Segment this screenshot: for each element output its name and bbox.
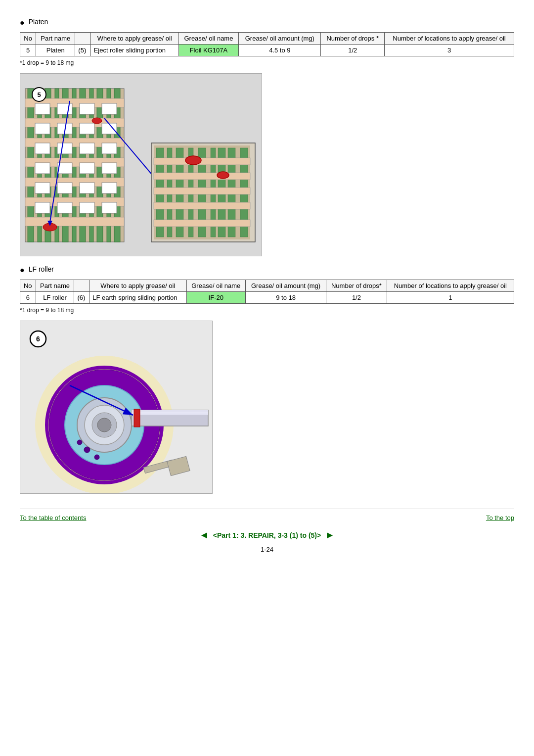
svg-rect-38 (80, 183, 94, 193)
lf-col-grease-amount: Grease/ oil amount (mg) (245, 280, 326, 292)
svg-point-68 (185, 156, 201, 165)
svg-rect-64 (154, 173, 250, 180)
platen-grease: Floil KG107A (178, 45, 239, 56)
svg-rect-28 (35, 143, 50, 154)
svg-rect-37 (57, 183, 72, 193)
lf-col-drops: Number of drops* (326, 280, 387, 292)
platen-ref-num: (5) (75, 45, 90, 56)
platen-drawing: 5 (20, 73, 262, 256)
svg-rect-40 (35, 202, 50, 213)
to-top-link[interactable]: To the top (486, 514, 514, 521)
svg-rect-20 (35, 103, 50, 114)
svg-rect-35 (102, 163, 117, 174)
lf-row: 6 LF roller (6) LF earth spring sliding … (20, 292, 514, 304)
svg-rect-22 (80, 103, 94, 114)
bullet-dot: ● (20, 18, 25, 27)
lf-col-where: Where to apply grease/ oil (89, 280, 186, 292)
svg-rect-65 (154, 188, 250, 194)
lf-grease: IF-20 (186, 292, 245, 304)
col-where: Where to apply grease/ oil (90, 33, 178, 45)
svg-text:5: 5 (37, 91, 41, 98)
lf-col-grease-name: Grease/ oil name (186, 280, 245, 292)
platen-no: 5 (20, 45, 36, 56)
lf-amount: 9 to 18 (245, 292, 326, 304)
platen-amount: 4.5 to 9 (239, 45, 321, 56)
svg-rect-29 (57, 143, 72, 154)
platen-label: Platen (29, 18, 48, 26)
platen-note: *1 drop = 9 to 18 mg (20, 59, 514, 66)
svg-rect-31 (102, 143, 117, 154)
svg-rect-26 (80, 123, 94, 134)
platen-where: Eject roller sliding portion (90, 45, 178, 56)
platen-row: 5 Platen (5) Eject roller sliding portio… (20, 45, 514, 56)
svg-point-82 (77, 440, 82, 445)
col-part-name: Part name (36, 33, 75, 45)
svg-point-80 (84, 447, 90, 453)
col-empty (75, 33, 90, 45)
col-locations: Number of locations to apply grease/ oil (385, 33, 514, 45)
col-grease-amount: Grease/ oil amount (mg) (239, 33, 321, 45)
footer: To the table of contents To the top (20, 509, 514, 521)
lf-label: LF roller (29, 265, 54, 273)
lf-part: LF roller (36, 292, 74, 304)
prev-arrow[interactable]: ◄ (199, 529, 209, 541)
lf-locations: 1 (387, 292, 514, 304)
lf-bullet-dot: ● (20, 265, 25, 275)
lf-note: *1 drop = 9 to 18 mg (20, 307, 514, 314)
next-arrow[interactable]: ► (325, 529, 335, 541)
lf-col-part-name: Part name (36, 280, 74, 292)
platen-locations: 3 (385, 45, 514, 56)
lf-drawing: 6 (20, 321, 213, 494)
lf-col-no: No (20, 280, 36, 292)
svg-rect-21 (57, 103, 72, 114)
svg-rect-23 (102, 103, 117, 114)
svg-rect-85 (132, 412, 208, 414)
col-drops: Number of drops * (321, 33, 385, 45)
lf-col-empty (74, 280, 89, 292)
svg-point-81 (94, 455, 99, 460)
platen-section-header: ● Platen (20, 18, 514, 27)
svg-rect-41 (57, 202, 72, 213)
col-no: No (20, 33, 36, 45)
lf-col-locations: Number of locations to apply grease/ oil (387, 280, 514, 292)
svg-rect-30 (80, 143, 94, 154)
lf-section-header: ● LF roller (20, 265, 514, 275)
svg-point-69 (217, 172, 229, 179)
lf-no: 6 (20, 292, 36, 304)
svg-text:6: 6 (36, 335, 40, 343)
platen-part: Platen (36, 45, 75, 56)
svg-rect-19 (25, 217, 124, 226)
svg-point-45 (92, 118, 102, 124)
nav-bar: ◄ <Part 1: 3. REPAIR, 3-3 (1) to (5)> ► (20, 529, 514, 541)
lf-where: LF earth spring sliding portion (89, 292, 186, 304)
svg-point-79 (97, 418, 111, 432)
svg-rect-43 (102, 202, 117, 213)
col-grease-name: Grease/ oil name (178, 33, 239, 45)
nav-label: <Part 1: 3. REPAIR, 3-3 (1) to (5)> (213, 531, 321, 539)
table-of-contents-link[interactable]: To the table of contents (20, 514, 86, 521)
platen-image-container: 5 (20, 73, 514, 256)
svg-rect-66 (154, 202, 250, 209)
platen-table: No Part name Where to apply grease/ oil … (20, 32, 514, 56)
page-number: 1-24 (20, 546, 514, 553)
lf-table: No Part name Where to apply grease/ oil … (20, 280, 514, 304)
svg-rect-86 (134, 409, 140, 427)
lf-image-container: 6 (20, 321, 514, 494)
svg-rect-39 (102, 183, 117, 193)
svg-rect-34 (80, 163, 94, 174)
platen-drops: 1/2 (321, 45, 385, 56)
svg-rect-24 (35, 123, 50, 134)
lf-ref-num: (6) (74, 292, 89, 304)
svg-rect-32 (35, 163, 50, 174)
svg-rect-36 (35, 183, 50, 193)
lf-drops: 1/2 (326, 292, 387, 304)
svg-rect-42 (80, 202, 94, 213)
svg-rect-63 (154, 158, 250, 165)
svg-rect-67 (154, 220, 250, 227)
